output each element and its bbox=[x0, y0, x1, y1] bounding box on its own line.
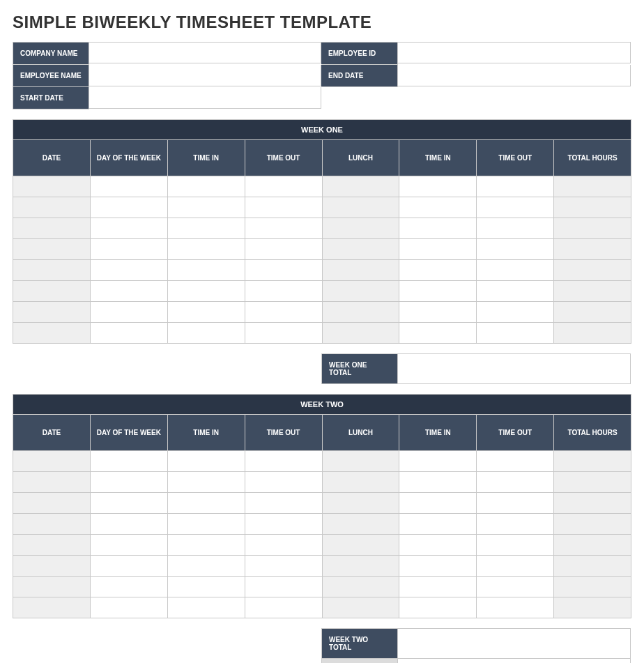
cell[interactable] bbox=[399, 472, 477, 493]
cell[interactable] bbox=[245, 218, 322, 239]
cell[interactable] bbox=[245, 260, 322, 281]
cell[interactable] bbox=[322, 556, 399, 577]
cell[interactable] bbox=[245, 493, 322, 514]
cell[interactable] bbox=[399, 577, 477, 597]
cell[interactable] bbox=[167, 239, 245, 260]
cell[interactable] bbox=[90, 302, 167, 323]
cell[interactable] bbox=[167, 556, 245, 577]
cell[interactable] bbox=[322, 302, 399, 323]
cell[interactable] bbox=[322, 239, 399, 260]
cell[interactable] bbox=[554, 451, 631, 472]
cell[interactable] bbox=[13, 323, 91, 344]
cell[interactable] bbox=[167, 218, 245, 239]
start-date-value[interactable] bbox=[89, 87, 321, 109]
end-date-value[interactable] bbox=[398, 65, 631, 86]
cell[interactable] bbox=[399, 281, 477, 302]
cell[interactable] bbox=[13, 493, 91, 514]
total-billable-value[interactable] bbox=[398, 659, 631, 663]
cell[interactable] bbox=[167, 451, 245, 472]
employee-id-value[interactable] bbox=[398, 42, 631, 63]
cell[interactable] bbox=[90, 197, 167, 218]
cell[interactable] bbox=[13, 218, 91, 239]
cell[interactable] bbox=[245, 239, 322, 260]
cell[interactable] bbox=[167, 472, 245, 493]
cell[interactable] bbox=[167, 260, 245, 281]
cell[interactable] bbox=[90, 472, 167, 493]
cell[interactable] bbox=[554, 556, 631, 577]
cell[interactable] bbox=[13, 451, 91, 472]
cell[interactable] bbox=[90, 451, 167, 472]
week-two-total-value[interactable] bbox=[398, 628, 631, 659]
cell[interactable] bbox=[399, 218, 477, 239]
cell[interactable] bbox=[477, 472, 554, 493]
cell[interactable] bbox=[477, 218, 554, 239]
cell[interactable] bbox=[477, 239, 554, 260]
cell[interactable] bbox=[554, 472, 631, 493]
cell[interactable] bbox=[554, 281, 631, 302]
cell[interactable] bbox=[554, 302, 631, 323]
cell[interactable] bbox=[90, 535, 167, 556]
cell[interactable] bbox=[322, 535, 399, 556]
cell[interactable] bbox=[322, 577, 399, 597]
company-name-value[interactable] bbox=[89, 42, 321, 63]
cell[interactable] bbox=[322, 218, 399, 239]
cell[interactable] bbox=[90, 218, 167, 239]
cell[interactable] bbox=[399, 597, 477, 618]
cell[interactable] bbox=[322, 514, 399, 535]
cell[interactable] bbox=[399, 556, 477, 577]
cell[interactable] bbox=[554, 577, 631, 597]
cell[interactable] bbox=[399, 239, 477, 260]
cell[interactable] bbox=[167, 493, 245, 514]
cell[interactable] bbox=[13, 514, 91, 535]
cell[interactable] bbox=[322, 281, 399, 302]
cell[interactable] bbox=[554, 176, 631, 197]
cell[interactable] bbox=[554, 597, 631, 618]
cell[interactable] bbox=[245, 535, 322, 556]
cell[interactable] bbox=[322, 176, 399, 197]
cell[interactable] bbox=[477, 260, 554, 281]
cell[interactable] bbox=[90, 323, 167, 344]
cell[interactable] bbox=[245, 451, 322, 472]
cell[interactable] bbox=[322, 260, 399, 281]
cell[interactable] bbox=[245, 197, 322, 218]
cell[interactable] bbox=[13, 176, 91, 197]
cell[interactable] bbox=[13, 302, 91, 323]
cell[interactable] bbox=[13, 577, 91, 597]
cell[interactable] bbox=[167, 597, 245, 618]
cell[interactable] bbox=[167, 323, 245, 344]
cell[interactable] bbox=[477, 176, 554, 197]
cell[interactable] bbox=[477, 302, 554, 323]
cell[interactable] bbox=[245, 556, 322, 577]
cell[interactable] bbox=[477, 577, 554, 597]
cell[interactable] bbox=[322, 493, 399, 514]
cell[interactable] bbox=[90, 597, 167, 618]
cell[interactable] bbox=[13, 260, 91, 281]
cell[interactable] bbox=[245, 302, 322, 323]
cell[interactable] bbox=[399, 323, 477, 344]
cell[interactable] bbox=[167, 535, 245, 556]
cell[interactable] bbox=[554, 535, 631, 556]
cell[interactable] bbox=[399, 302, 477, 323]
cell[interactable] bbox=[245, 597, 322, 618]
cell[interactable] bbox=[554, 218, 631, 239]
cell[interactable] bbox=[477, 597, 554, 618]
cell[interactable] bbox=[477, 556, 554, 577]
cell[interactable] bbox=[167, 176, 245, 197]
cell[interactable] bbox=[477, 281, 554, 302]
cell[interactable] bbox=[245, 577, 322, 597]
cell[interactable] bbox=[13, 239, 91, 260]
cell[interactable] bbox=[554, 493, 631, 514]
cell[interactable] bbox=[322, 472, 399, 493]
cell[interactable] bbox=[90, 260, 167, 281]
cell[interactable] bbox=[13, 472, 91, 493]
cell[interactable] bbox=[477, 514, 554, 535]
cell[interactable] bbox=[399, 260, 477, 281]
cell[interactable] bbox=[90, 556, 167, 577]
cell[interactable] bbox=[554, 239, 631, 260]
cell[interactable] bbox=[90, 514, 167, 535]
cell[interactable] bbox=[245, 514, 322, 535]
cell[interactable] bbox=[90, 493, 167, 514]
cell[interactable] bbox=[477, 493, 554, 514]
cell[interactable] bbox=[399, 176, 477, 197]
cell[interactable] bbox=[13, 535, 91, 556]
